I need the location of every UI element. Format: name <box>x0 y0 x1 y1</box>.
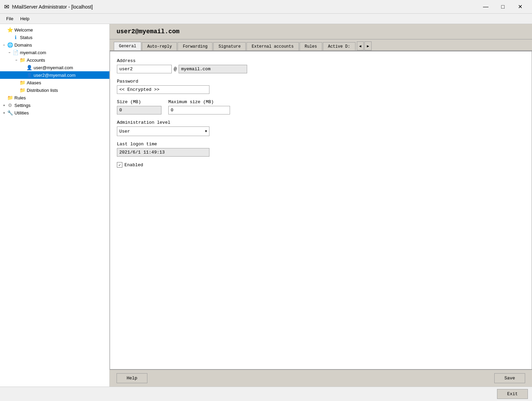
minimize-button[interactable]: — <box>478 2 494 12</box>
user-title: user2@myemail.com <box>117 28 180 35</box>
gear-icon: ⚙ <box>7 102 13 108</box>
max-size-mb-group: Maximum size (MB) <box>168 99 230 114</box>
max-size-label: Maximum size (MB) <box>168 99 230 105</box>
address-group: Address @ <box>117 58 525 73</box>
enabled-label: Enabled <box>124 162 143 168</box>
sidebar-label-accounts: Accounts <box>27 58 108 63</box>
app-icon: ✉ <box>4 3 9 11</box>
close-button[interactable]: ✕ <box>512 2 528 12</box>
distlists-folder-icon: 📁 <box>19 87 25 93</box>
titlebar-left: ✉ hMailServer Administrator - [localhost… <box>4 3 93 11</box>
titlebar: ✉ hMailServer Administrator - [localhost… <box>0 0 532 14</box>
last-logon-label: Last logon time <box>117 142 525 147</box>
save-button[interactable]: Save <box>494 373 525 383</box>
sidebar-item-user2[interactable]: 👤 user2@myemail.com <box>0 71 109 79</box>
tab-rules[interactable]: Rules <box>300 42 322 51</box>
address-user-input[interactable] <box>117 65 172 73</box>
admin-level-dropdown[interactable]: User ▼ <box>117 126 209 136</box>
wrench-icon: 🔧 <box>7 110 13 116</box>
maximize-button[interactable]: □ <box>495 2 511 12</box>
address-label: Address <box>117 58 525 63</box>
dropdown-arrow-icon: ▼ <box>205 130 207 133</box>
doc-icon: 📄 <box>12 49 19 56</box>
info-icon: ℹ <box>12 34 19 40</box>
star-icon: ⭐ <box>7 27 13 33</box>
sidebar-label-user1: user@myemail.com <box>34 65 108 70</box>
toggle-user1 <box>21 66 26 70</box>
tab-autoreply[interactable]: Auto-reply <box>142 42 177 51</box>
sidebar-item-accounts[interactable]: − 📁 Accounts <box>0 56 109 64</box>
sidebar: ⭐ Welcome ℹ Status − 🌐 Domains − 📄 myema… <box>0 24 110 387</box>
right-panel: user2@myemail.com General Auto-reply For… <box>110 24 532 387</box>
last-logon-group: Last logon time <box>117 142 525 157</box>
exit-button[interactable]: Exit <box>497 389 528 399</box>
sidebar-item-settings[interactable]: + ⚙ Settings <box>0 101 109 109</box>
tab-forwarding[interactable]: Forwarding <box>178 42 213 51</box>
toggle-welcome <box>1 28 7 32</box>
sidebar-label-welcome: Welcome <box>14 27 108 33</box>
password-input[interactable] <box>117 85 209 94</box>
person-icon-user1: 👤 <box>26 64 32 71</box>
toggle-status <box>7 36 12 39</box>
sidebar-item-aliases[interactable]: 📁 Aliases <box>0 79 109 86</box>
size-row: Size (MB) Maximum size (MB) <box>117 99 525 114</box>
button-bar: Help Save <box>110 369 532 387</box>
sidebar-item-myemail[interactable]: − 📄 myemail.com <box>0 49 109 56</box>
menu-help[interactable]: Help <box>17 15 33 23</box>
user-header: user2@myemail.com <box>110 24 532 39</box>
sidebar-item-rules[interactable]: 📁 Rules <box>0 94 109 101</box>
sidebar-item-status[interactable]: ℹ Status <box>0 34 109 41</box>
help-button[interactable]: Help <box>117 373 147 383</box>
admin-level-value: User <box>119 129 130 134</box>
sidebar-label-aliases: Aliases <box>27 80 108 85</box>
sidebar-item-user1[interactable]: 👤 user@myemail.com <box>0 64 109 71</box>
admin-level-label: Administration level <box>117 120 525 125</box>
sidebar-item-utilities[interactable]: + 🔧 Utilities <box>0 109 109 117</box>
menubar: File Help <box>0 14 532 24</box>
tab-external-accounts[interactable]: External accounts <box>246 42 299 51</box>
at-sign: @ <box>174 66 177 72</box>
admin-level-group: Administration level User ▼ <box>117 120 525 136</box>
aliases-folder-icon: 📁 <box>19 80 25 86</box>
tab-scroll-right[interactable]: ▶ <box>364 41 372 50</box>
toggle-accounts: − <box>14 58 19 62</box>
toggle-myemail: − <box>7 51 12 54</box>
tab-general[interactable]: General <box>114 42 141 51</box>
size-label: Size (MB) <box>117 99 161 105</box>
toggle-distlists <box>14 88 19 92</box>
toggle-domains: − <box>1 43 7 47</box>
sidebar-label-status: Status <box>20 35 108 40</box>
main-content: ⭐ Welcome ℹ Status − 🌐 Domains − 📄 myema… <box>0 24 532 387</box>
toggle-rules <box>1 96 7 100</box>
titlebar-controls: — □ ✕ <box>478 2 528 12</box>
sidebar-item-distlists[interactable]: 📁 Distribution lists <box>0 86 109 94</box>
accounts-folder-icon: 📁 <box>19 57 25 63</box>
footer-bar: Exit <box>0 387 532 401</box>
sidebar-item-domains[interactable]: − 🌐 Domains <box>0 41 109 49</box>
sidebar-label-myemail: myemail.com <box>20 50 108 55</box>
person-icon-user2: 👤 <box>26 72 32 78</box>
size-mb-group: Size (MB) <box>117 99 161 114</box>
toggle-utilities: + <box>1 111 7 115</box>
tab-active-d[interactable]: Active D: <box>323 42 355 51</box>
sidebar-item-welcome[interactable]: ⭐ Welcome <box>0 26 109 34</box>
content-area: user2@myemail.com General Auto-reply For… <box>110 24 532 369</box>
toggle-user2 <box>21 73 26 77</box>
address-row: @ <box>117 65 525 73</box>
password-label: Password <box>117 79 525 84</box>
form-area: Address @ Password Size ( <box>110 51 532 369</box>
sidebar-label-domains: Domains <box>14 42 108 48</box>
globe-icon: 🌐 <box>7 42 13 48</box>
toggle-aliases <box>14 81 19 85</box>
tab-signature[interactable]: Signature <box>213 42 246 51</box>
size-input[interactable] <box>117 106 161 114</box>
tab-scroll-left[interactable]: ◀ <box>357 41 364 50</box>
enabled-checkbox[interactable]: ✓ <box>117 162 122 168</box>
max-size-input[interactable] <box>168 106 230 114</box>
toggle-settings: + <box>1 104 7 107</box>
menu-file[interactable]: File <box>3 15 17 23</box>
size-group: Size (MB) Maximum size (MB) <box>117 99 525 114</box>
last-logon-input <box>117 148 209 157</box>
rules-folder-icon: 📁 <box>7 95 13 101</box>
address-domain-input <box>179 65 247 73</box>
